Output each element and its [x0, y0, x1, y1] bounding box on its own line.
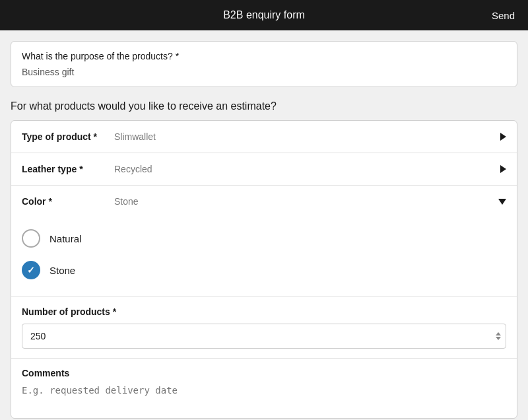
color-option-natural[interactable]: Natural	[22, 223, 506, 254]
radio-stone: ✓	[22, 261, 40, 279]
number-of-products-label: Number of products *	[22, 306, 506, 317]
comments-input[interactable]	[22, 385, 506, 406]
leather-type-value: Recycled	[114, 164, 500, 174]
number-input-wrapper	[22, 324, 506, 349]
type-of-product-row[interactable]: Type of product * Slimwallet	[11, 121, 517, 153]
estimate-heading: For what products would you like to rece…	[11, 100, 517, 112]
color-dropdown-arrow-icon	[498, 199, 506, 205]
app-container: B2B enquiry form Send What is the purpos…	[0, 0, 528, 420]
number-of-products-section: Number of products *	[11, 297, 517, 359]
purpose-value: Business gift	[22, 67, 506, 77]
color-header[interactable]: Color * Stone	[11, 186, 517, 217]
purpose-label: What is the purpose of the products? *	[22, 51, 506, 61]
page-title: B2B enquiry form	[223, 9, 305, 21]
stepper-arrows	[496, 332, 501, 340]
stepper-down-icon[interactable]	[496, 337, 501, 340]
color-section: Color * Stone Natural ✓	[11, 186, 517, 297]
purpose-section: What is the purpose of the products? * B…	[11, 41, 517, 87]
leather-type-row[interactable]: Leather type * Recycled	[11, 153, 517, 186]
number-of-products-input[interactable]	[22, 324, 506, 349]
comments-section: Comments	[11, 359, 517, 418]
type-of-product-value: Slimwallet	[114, 131, 500, 142]
checkmark-icon: ✓	[27, 265, 35, 275]
color-label-stone: Stone	[50, 265, 75, 276]
color-options: Natural ✓ Stone	[11, 217, 517, 297]
type-of-product-label: Type of product *	[22, 131, 114, 142]
header: B2B enquiry form Send	[0, 0, 528, 30]
color-option-stone[interactable]: ✓ Stone	[22, 254, 506, 286]
type-of-product-arrow-icon	[500, 133, 506, 141]
stepper-up-icon[interactable]	[496, 332, 501, 335]
color-selected-value: Stone	[114, 196, 498, 207]
comments-label: Comments	[22, 368, 506, 378]
radio-natural	[22, 229, 40, 248]
form-card: Type of product * Slimwallet Leather typ…	[11, 120, 517, 419]
send-button[interactable]: Send	[492, 10, 515, 21]
color-label-natural: Natural	[50, 233, 81, 244]
page-content: What is the purpose of the products? * B…	[0, 30, 528, 420]
leather-type-label: Leather type *	[22, 164, 114, 174]
leather-type-arrow-icon	[500, 165, 506, 173]
color-label: Color *	[22, 196, 114, 207]
